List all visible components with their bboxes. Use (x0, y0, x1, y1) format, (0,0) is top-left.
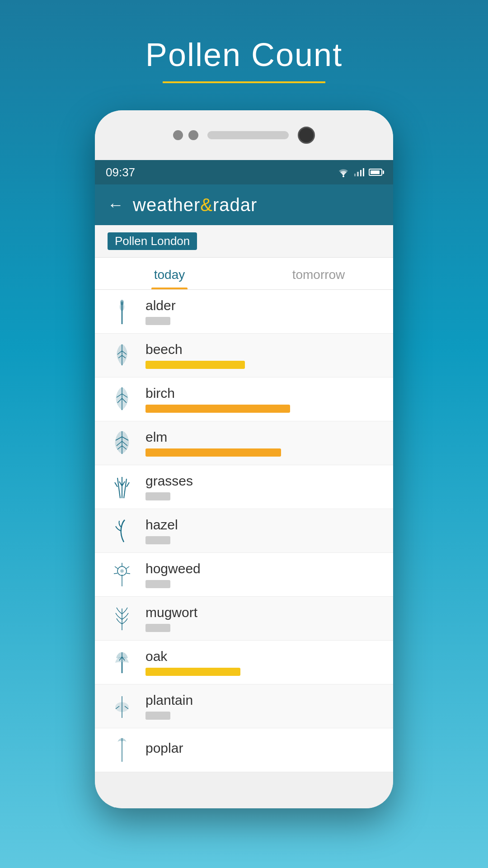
elm-name: elm (145, 429, 380, 445)
list-item: alder (95, 290, 393, 334)
list-item: mugwort (95, 597, 393, 641)
hazel-name: hazel (145, 517, 380, 533)
birch-info: birch (145, 386, 380, 413)
svg-point-0 (343, 175, 344, 177)
tabs-container: today tomorrow (95, 258, 393, 290)
status-time: 09:37 (106, 165, 135, 179)
grasses-bar-container (145, 492, 380, 500)
svg-line-27 (127, 482, 129, 487)
list-item: hazel (95, 509, 393, 553)
hazel-info: hazel (145, 517, 380, 544)
poplar-icon (108, 736, 136, 764)
phone-top-bezel (95, 110, 393, 160)
speaker-grille (207, 131, 289, 139)
elm-bar-container (145, 448, 380, 457)
list-item: grasses (95, 465, 393, 509)
page-title: Pollen Count (145, 36, 343, 73)
hogweed-bar-container (145, 580, 380, 588)
plantain-name: plantain (145, 693, 380, 708)
svg-line-34 (127, 573, 130, 574)
beech-bar (145, 361, 245, 369)
location-bar: Pollen London (95, 225, 393, 258)
elm-bar (145, 448, 281, 457)
battery-icon (369, 169, 382, 176)
mugwort-name: mugwort (145, 605, 380, 620)
plantain-bar-container (145, 712, 380, 720)
oak-bar (145, 668, 240, 676)
grasses-bar (145, 492, 170, 500)
plantain-bar (145, 712, 170, 720)
oak-name: oak (145, 649, 380, 664)
birch-name: birch (145, 386, 380, 401)
phone-shell: 09:37 (95, 110, 393, 808)
oak-icon (108, 648, 136, 677)
plantain-icon (108, 692, 136, 721)
oak-bar-container (145, 668, 380, 676)
hogweed-icon (108, 560, 136, 589)
svg-line-31 (115, 566, 118, 569)
alder-info: alder (145, 298, 380, 325)
beech-name: beech (145, 342, 380, 357)
birch-bar (145, 405, 290, 413)
app-name-part1: weather (133, 195, 200, 215)
alder-bar-container (145, 317, 380, 325)
hogweed-info: hogweed (145, 561, 380, 588)
back-button[interactable]: ← (108, 195, 124, 214)
list-item: elm (95, 421, 393, 465)
grasses-name: grasses (145, 473, 380, 489)
plantain-info: plantain (145, 693, 380, 720)
grasses-info: grasses (145, 473, 380, 500)
poplar-info: poplar (145, 741, 380, 760)
alder-icon (108, 297, 136, 326)
app-ampersand: & (200, 195, 213, 215)
wifi-icon (337, 167, 350, 177)
hazel-bar-container (145, 536, 380, 544)
app-name-part2: radar (213, 195, 257, 215)
phone-screen: 09:37 (95, 160, 393, 772)
title-underline (163, 81, 325, 83)
mugwort-icon (108, 604, 136, 633)
phone-bottom-bezel (95, 772, 393, 808)
signal-icon (354, 168, 364, 176)
hazel-bar (145, 536, 170, 544)
svg-line-21 (117, 478, 120, 498)
front-camera (298, 127, 315, 144)
beech-bar-container (145, 361, 380, 369)
app-logo: weather&radar (133, 195, 257, 215)
hogweed-bar (145, 580, 170, 588)
beech-info: beech (145, 342, 380, 369)
speaker-dot-1 (173, 130, 183, 140)
alder-name: alder (145, 298, 380, 313)
tab-today[interactable]: today (95, 258, 244, 289)
hogweed-name: hogweed (145, 561, 380, 576)
hazel-icon (108, 516, 136, 545)
birch-bar-container (145, 405, 380, 413)
pollen-list: alder (95, 290, 393, 772)
list-item: birch (95, 377, 393, 421)
list-item: hogweed (95, 553, 393, 597)
mugwort-bar-container (145, 624, 380, 632)
oak-info: oak (145, 649, 380, 676)
mugwort-bar (145, 624, 170, 632)
speaker-dots (173, 130, 198, 140)
svg-line-33 (114, 573, 117, 574)
status-icons (337, 167, 382, 177)
list-item: beech (95, 334, 393, 377)
beech-icon (108, 341, 136, 370)
birch-icon (108, 385, 136, 414)
alder-bar (145, 317, 170, 325)
svg-line-32 (126, 566, 129, 569)
svg-line-24 (115, 482, 117, 487)
mugwort-info: mugwort (145, 605, 380, 632)
list-item: plantain (95, 684, 393, 728)
tab-tomorrow[interactable]: tomorrow (244, 258, 393, 289)
list-item: poplar (95, 728, 393, 772)
svg-point-3 (121, 300, 123, 305)
app-header: ← weather&radar (95, 184, 393, 225)
status-bar: 09:37 (95, 160, 393, 184)
elm-info: elm (145, 429, 380, 457)
grasses-icon (108, 472, 136, 501)
location-label: Pollen London (108, 232, 197, 250)
elm-icon (108, 429, 136, 458)
list-item: oak (95, 641, 393, 684)
